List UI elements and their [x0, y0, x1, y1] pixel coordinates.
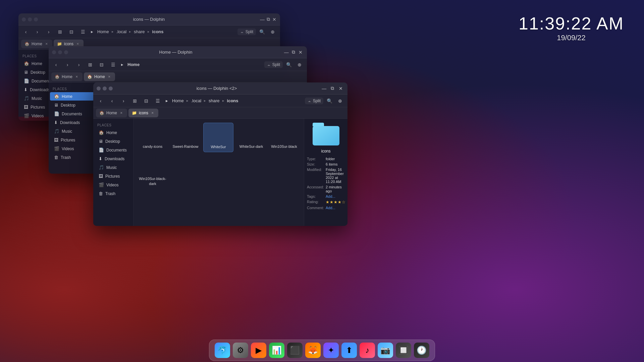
- breadcrumb-icons-3[interactable]: icons: [226, 98, 240, 104]
- dock-terminal[interactable]: ⬛: [287, 343, 303, 358]
- forward-btn-1[interactable]: ›: [44, 27, 53, 37]
- minimize-button-2[interactable]: [58, 50, 62, 54]
- minimize-button-3[interactable]: [103, 86, 107, 90]
- close-icon-2[interactable]: ✕: [298, 48, 304, 57]
- dock-finder[interactable]: 🐬: [215, 343, 230, 358]
- view-compact-1[interactable]: ⊟: [67, 27, 76, 37]
- tab-home-close-1[interactable]: ✕: [44, 42, 49, 46]
- view-list-3[interactable]: ☰: [153, 96, 162, 106]
- breadcrumb-share-3[interactable]: share: [207, 98, 221, 104]
- tab-icons-close-1[interactable]: ✕: [75, 42, 80, 46]
- tab-icons-3[interactable]: 📁 icons ✕: [128, 109, 158, 117]
- tile-icon-3[interactable]: ⧉: [329, 84, 336, 93]
- breadcrumb-arrow-2[interactable]: ▸: [120, 61, 125, 68]
- back-btn-3[interactable]: ‹: [96, 96, 105, 106]
- breadcrumb-home-3[interactable]: Home: [171, 98, 185, 104]
- info-tags-val[interactable]: Add...: [326, 194, 335, 198]
- fwd-btn-2b[interactable]: ›: [74, 60, 84, 69]
- split-btn-2[interactable]: ⫠ Split: [264, 61, 283, 68]
- tile-icon-2[interactable]: ⧉: [290, 48, 296, 57]
- sidebar-music-3[interactable]: 🎵Music: [95, 163, 132, 172]
- sidebar-documents-2[interactable]: 📄Documents: [50, 110, 94, 118]
- view-icons-3[interactable]: ⊞: [130, 96, 140, 106]
- dock-clock[interactable]: 🕐: [414, 343, 429, 358]
- dock-media[interactable]: ▶: [251, 343, 266, 358]
- tab-home-2b[interactable]: 🏠 Home ✕: [84, 72, 115, 81]
- more-btn-3[interactable]: ⊕: [335, 96, 345, 106]
- dock-audio[interactable]: 📊: [269, 343, 284, 358]
- sidebar-downloads-3[interactable]: ⬇Downloads: [95, 155, 132, 163]
- sidebar-pictures-3[interactable]: 🖼Pictures: [95, 172, 132, 180]
- more-btn-2[interactable]: ⊕: [295, 60, 304, 69]
- tab-close-2b[interactable]: ✕: [107, 74, 112, 79]
- file-Win10Sur-black[interactable]: Win10Sur-black: [269, 123, 299, 152]
- minimize-icon-3[interactable]: —: [321, 84, 328, 93]
- more-btn-1[interactable]: ⊕: [268, 27, 277, 37]
- breadcrumb-arrow-3[interactable]: ▸: [164, 98, 169, 104]
- file-candy-icons[interactable]: candy-icons: [138, 123, 168, 152]
- breadcrumb-share-1[interactable]: share: [132, 28, 146, 35]
- file-Win10Sur-black-dark[interactable]: Win10Sur-black-dark: [138, 155, 168, 189]
- maximize-button-2[interactable]: [64, 50, 68, 54]
- view-compact-2[interactable]: ⊟: [97, 60, 106, 69]
- fwd-btn-2[interactable]: ›: [63, 60, 72, 69]
- split-btn-1[interactable]: ⫠ Split: [237, 28, 256, 35]
- sidebar-trash-3[interactable]: 🗑Trash: [95, 189, 132, 198]
- dock-settings[interactable]: ⚙: [233, 343, 248, 358]
- sidebar-trash-2[interactable]: 🗑Trash: [50, 153, 94, 162]
- file-WhiteSur-dark[interactable]: WhiteSur-dark: [236, 123, 266, 152]
- view-compact-3[interactable]: ⊟: [142, 96, 151, 106]
- view-list-2[interactable]: ☰: [108, 60, 118, 69]
- close-button-1[interactable]: [22, 17, 26, 21]
- maximize-button-3[interactable]: [109, 86, 113, 90]
- back-btn-2[interactable]: ‹: [51, 60, 61, 69]
- dock-appstore[interactable]: ⬆: [341, 343, 357, 358]
- maximize-button-1[interactable]: [34, 17, 38, 21]
- tab-close-2a[interactable]: ✕: [74, 74, 79, 79]
- sidebar-desktop-3[interactable]: 🖥Desktop: [95, 137, 132, 145]
- dock-screen[interactable]: 🔲: [396, 343, 411, 358]
- tab-home-1[interactable]: 🏠 Home ✕: [21, 40, 52, 48]
- split-btn-3[interactable]: ⫠ Split: [305, 98, 323, 104]
- fwd-btn-3[interactable]: ›: [119, 96, 128, 106]
- tab-home-close-3[interactable]: ✕: [119, 111, 124, 115]
- view-icons-1[interactable]: ⊞: [55, 27, 65, 37]
- search-btn-1[interactable]: 🔍: [257, 27, 267, 37]
- view-icons-2[interactable]: ⊞: [86, 60, 95, 69]
- back-btn-1[interactable]: ‹: [21, 27, 31, 37]
- file-WhiteSur[interactable]: WhiteSur: [203, 123, 233, 152]
- search-btn-3[interactable]: 🔍: [325, 96, 334, 106]
- breadcrumb-local-1[interactable]: .local: [115, 28, 128, 35]
- sidebar-music-2[interactable]: 🎵Music: [50, 127, 94, 135]
- sidebar-downloads-2[interactable]: ⬇Downloads: [50, 118, 94, 127]
- sidebar-desktop-2[interactable]: 🖥Desktop: [50, 101, 94, 109]
- view-list-1[interactable]: ☰: [78, 27, 88, 37]
- tab-home-2a[interactable]: 🏠 Home ✕: [51, 72, 83, 81]
- breadcrumb-local-3[interactable]: .local: [190, 98, 203, 104]
- tile-icon-1[interactable]: ⧉: [266, 15, 271, 24]
- close-icon-3[interactable]: ✕: [337, 84, 344, 93]
- minimize-icon-1[interactable]: —: [260, 15, 265, 24]
- close-button-2[interactable]: [52, 50, 56, 54]
- back-btn-1b[interactable]: ›: [33, 27, 42, 37]
- breadcrumb-home-2[interactable]: Home: [126, 61, 141, 68]
- sidebar-pictures-2[interactable]: 🖼Pictures: [50, 136, 94, 144]
- breadcrumb-home-txt-1[interactable]: Home: [96, 28, 110, 35]
- dock-firefox[interactable]: 🦊: [305, 343, 321, 358]
- sidebar-documents-3[interactable]: 📄Documents: [95, 146, 132, 154]
- dock-design[interactable]: ✦: [323, 343, 339, 358]
- sidebar-videos-2[interactable]: 🎬Videos: [50, 144, 94, 153]
- tab-icons-close-3[interactable]: ✕: [150, 111, 155, 115]
- info-comment-val[interactable]: Add...: [326, 206, 335, 210]
- sidebar-home-2[interactable]: 🏠Home: [50, 92, 94, 101]
- file-Sweet-Rainbow[interactable]: Sweet-Rainbow: [170, 123, 201, 152]
- info-stars[interactable]: ★★★★☆: [326, 200, 346, 204]
- minimize-button-1[interactable]: [28, 17, 32, 21]
- breadcrumb-icons-1[interactable]: icons: [151, 28, 165, 35]
- search-btn-2[interactable]: 🔍: [284, 60, 293, 69]
- sidebar-videos-3[interactable]: 🎬Videos: [95, 181, 132, 189]
- minimize-icon-2[interactable]: —: [283, 48, 289, 57]
- sidebar-home-3[interactable]: 🏠Home: [95, 128, 132, 137]
- close-button-3[interactable]: [97, 86, 101, 90]
- dock-photo[interactable]: 📷: [378, 343, 393, 358]
